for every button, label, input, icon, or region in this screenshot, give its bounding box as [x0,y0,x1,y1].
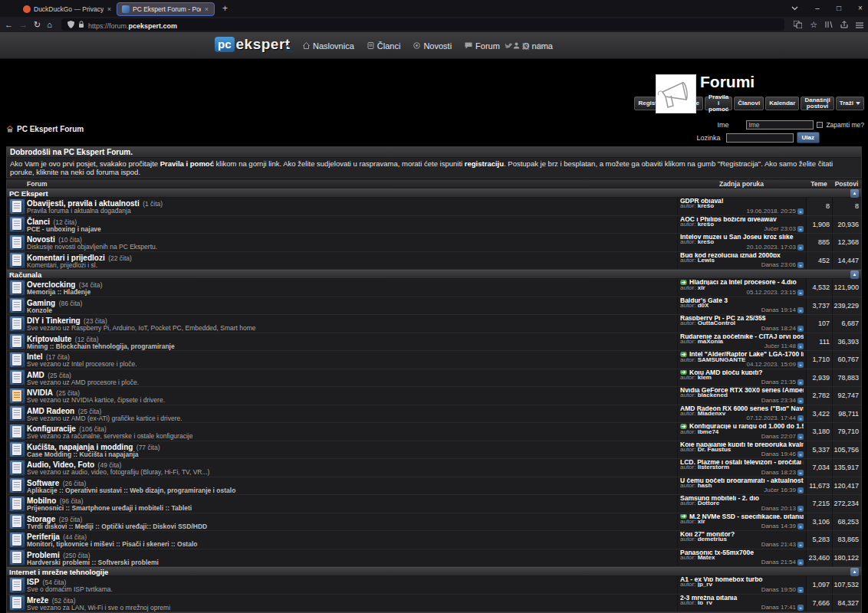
lock-icon[interactable] [78,18,84,31]
forward-icon[interactable]: → [19,17,28,32]
forum-link[interactable]: Storage [27,515,55,523]
goto-last-post-icon[interactable]: » [797,326,804,332]
browser-home-icon[interactable]: ⌂ [47,17,52,32]
last-post-title-link[interactable]: Hladnjaci za Intel procesore - 4.dio [689,280,797,285]
goto-last-post-icon[interactable]: » [797,208,804,215]
last-post-title-link[interactable]: Konfiguracije u rangu od 1.000 do 1.500 … [689,424,804,429]
forum-link[interactable]: Obavijesti, pravila i aktualnosti [27,199,140,208]
forum-link[interactable]: Problemi [27,551,60,559]
forum-link[interactable]: Kriptovalute [27,335,71,343]
nav-naslovnica[interactable]: Naslovnica [303,41,354,51]
goto-last-post-icon[interactable]: » [797,542,804,548]
collapse-icon[interactable]: ▲ [850,270,859,279]
window-minimize-icon[interactable]: – [813,0,822,17]
goto-last-post-icon[interactable]: » [797,434,804,440]
danasnji-postovi-button[interactable]: Današnji postovi [801,97,833,110]
goto-last-post-icon[interactable]: » [797,290,804,296]
forum-link[interactable]: Komentari i prijedlozi [27,254,105,262]
share-icon[interactable] [840,18,848,31]
tab-list-chevron-icon[interactable] [791,6,801,11]
breadcrumb[interactable]: PC Ekspert Forum [6,125,84,133]
last-post-title-link[interactable]: Koju AMD ploču kupiti? [689,370,763,375]
unread-arrow-icon[interactable]: ➔ [680,514,687,520]
forum-link[interactable]: Audio, Video, Foto [27,461,94,469]
forum-link[interactable]: AMD [27,371,44,379]
last-post-title-link[interactable]: M.2 NVMe SSD - specifikacije, pitanja, r… [689,514,804,520]
goto-last-post-icon[interactable]: » [797,244,804,251]
forum-link[interactable]: ISP [27,578,39,586]
goto-last-post-icon[interactable]: » [797,262,804,268]
category-header[interactable]: Internet i mrežne tehnologije ▲ [7,567,861,576]
url-bar[interactable]: https://forum.pcekspert.com [61,18,784,31]
goto-last-post-icon[interactable]: » [797,605,804,611]
forum-link[interactable]: Gaming [27,299,55,307]
nav-novosti[interactable]: Novosti [413,41,452,51]
last-post-title-link[interactable]: Intel "Alder/Raptor Lake" LGA-1700 Info.… [689,352,804,357]
goto-last-post-icon[interactable]: » [797,487,804,493]
translate-icon[interactable] [794,18,802,31]
goto-last-post-icon[interactable]: » [797,307,804,313]
forum-link[interactable]: NVIDIA [27,388,53,397]
kalendar-button[interactable]: Kalendar [765,97,799,110]
goto-last-post-icon[interactable]: » [797,470,804,476]
goto-last-post-icon[interactable]: » [797,343,804,349]
reload-icon[interactable]: ↻ [34,17,41,32]
goto-last-post-icon[interactable]: » [797,559,804,565]
goto-last-post-icon[interactable]: » [797,523,804,529]
library-icon[interactable] [825,18,833,31]
goto-last-post-icon[interactable]: » [797,415,804,421]
forum-link[interactable]: Overclocking [27,280,75,289]
forum-link[interactable]: Kućišta, napajanja i modding [27,443,133,451]
rss-icon[interactable] [522,39,529,53]
tab-close-icon[interactable]: × [107,5,112,13]
browser-tab-duckduckgo[interactable]: DuckDuckGo — Privacy, simpli × [18,2,117,16]
forum-link[interactable]: Novosti [27,235,55,244]
goto-last-post-icon[interactable]: » [797,379,804,385]
new-tab-button[interactable]: + [222,2,228,15]
forum-link[interactable]: Intel [27,352,43,361]
remember-checkbox[interactable] [817,122,823,128]
goto-last-post-icon[interactable]: » [797,398,804,404]
unread-arrow-icon[interactable]: ➔ [680,424,687,429]
login-submit-button[interactable]: Ulaz [797,132,820,143]
nav-forum[interactable]: Forum [465,41,500,51]
pcekspert-logo[interactable]: pc ekspert [215,36,291,53]
forum-link[interactable]: Članci [27,218,50,226]
bookmark-star-icon[interactable]: ☆ [810,17,817,32]
goto-last-post-icon[interactable]: » [797,226,804,232]
goto-last-post-icon[interactable]: » [797,362,804,368]
menu-hamburger-icon[interactable] [856,18,863,31]
forum-link[interactable]: Software [27,479,59,487]
browser-tab-pcekspert[interactable]: PC Ekspert Forum - Podupire v × [117,2,215,16]
goto-last-post-icon[interactable]: » [797,587,804,593]
collapse-icon[interactable]: ▲ [850,189,859,198]
clanovi-button[interactable]: Članovi [734,97,764,110]
nav-clanci[interactable]: Članci [367,41,401,51]
goto-last-post-icon[interactable]: » [797,506,804,512]
forum-link[interactable]: Periferija [27,533,60,541]
twitter-icon[interactable] [505,39,513,53]
pravila-i-pomoc-button[interactable]: Pravila i pomoć [705,97,732,110]
forum-link[interactable]: Mreže [27,596,48,605]
unread-arrow-icon[interactable]: ➔ [680,352,687,357]
forum-link[interactable]: AMD Radeon [27,407,74,415]
trazi-button[interactable]: Traži [836,97,864,110]
category-header[interactable]: PC Ekspert ▲ [7,188,861,198]
password-input[interactable] [726,133,794,143]
category-header[interactable]: Računala ▲ [7,270,861,279]
forum-link[interactable]: Konfiguracije [27,425,76,433]
unread-arrow-icon[interactable]: ➔ [680,370,687,375]
tab-close-icon[interactable]: × [204,5,209,13]
forum-link[interactable]: Mobilno [27,497,56,505]
username-input[interactable] [746,120,814,129]
unread-arrow-icon[interactable]: ➔ [680,280,687,285]
window-maximize-icon[interactable]: □ [834,0,843,17]
forum-link[interactable]: DIY i Tinkering [27,316,81,325]
welcome-box: Dobrodošli na PC Ekspert Forum. Ako Vam … [6,146,862,179]
collapse-icon[interactable]: ▲ [850,568,859,576]
window-close-icon[interactable]: × [856,0,865,17]
tracking-shield-icon[interactable] [67,18,74,31]
back-icon[interactable]: ← [5,17,13,32]
goto-last-post-icon[interactable]: » [797,451,804,457]
youtube-play-icon[interactable] [538,39,544,53]
